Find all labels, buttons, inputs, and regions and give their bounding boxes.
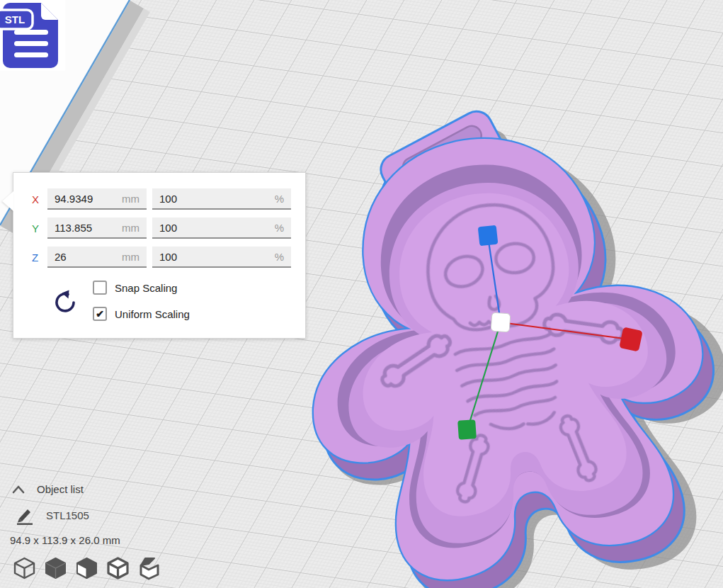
z-size-value: 26 bbox=[55, 251, 67, 263]
reset-scale-button[interactable] bbox=[50, 289, 79, 317]
scale-row-y: Y 113.855 mm 100 % bbox=[32, 217, 291, 239]
z-percent-input[interactable]: 100 % bbox=[152, 247, 291, 268]
z-axis-label: Z bbox=[32, 251, 47, 264]
z-percent-value: 100 bbox=[159, 251, 177, 263]
y-axis-handle[interactable] bbox=[457, 419, 477, 440]
reset-arrow-icon bbox=[52, 290, 77, 315]
uniform-scaling-checkbox[interactable]: ✔ bbox=[93, 307, 107, 321]
y-percent-input[interactable]: 100 % bbox=[152, 217, 291, 239]
camera-view-toolbar bbox=[13, 556, 161, 582]
snap-scaling-row: Snap Scaling bbox=[93, 281, 177, 295]
object-list-header[interactable]: Object list bbox=[11, 483, 84, 495]
x-size-unit: mm bbox=[122, 193, 140, 205]
y-size-unit: mm bbox=[122, 222, 140, 234]
object-item-name: STL1505 bbox=[46, 509, 89, 521]
pencil-icon bbox=[16, 506, 35, 525]
snap-scaling-checkbox[interactable] bbox=[93, 281, 107, 295]
x-percent-unit: % bbox=[275, 193, 284, 205]
x-percent-input[interactable]: 100 % bbox=[152, 188, 291, 210]
object-list-title: Object list bbox=[37, 483, 84, 495]
scale-row-z: Z 26 mm 100 % bbox=[32, 247, 291, 268]
chevron-up-icon bbox=[11, 484, 25, 494]
scale-row-x: X 94.9349 mm 100 % bbox=[32, 188, 291, 210]
stl-document-icon: STL bbox=[0, 0, 65, 71]
stl-badge-label: STL bbox=[5, 13, 25, 26]
x-axis-label: X bbox=[32, 193, 47, 205]
object-list-item[interactable]: STL1505 bbox=[16, 506, 89, 525]
view-front-face-icon[interactable] bbox=[75, 556, 98, 582]
y-size-input[interactable]: 113.855 mm bbox=[47, 217, 147, 239]
stl-file-icon[interactable]: STL bbox=[0, 0, 65, 71]
application-window: STL X 94.9349 mm 100 % Y 113.855 mm 100 bbox=[0, 0, 723, 588]
view-outline-icon[interactable] bbox=[106, 556, 130, 582]
scale-tool-panel: X 94.9349 mm 100 % Y 113.855 mm 100 % Z bbox=[13, 172, 306, 339]
snap-scaling-label: Snap Scaling bbox=[115, 282, 177, 294]
z-percent-unit: % bbox=[275, 251, 284, 263]
z-size-unit: mm bbox=[122, 251, 140, 263]
uniform-scaling-row: ✔ Uniform Scaling bbox=[93, 307, 190, 321]
y-axis-label: Y bbox=[32, 222, 47, 234]
y-size-value: 113.855 bbox=[55, 222, 92, 234]
x-percent-value: 100 bbox=[159, 193, 177, 205]
object-dimensions: 94.9 x 113.9 x 26.0 mm bbox=[10, 534, 120, 546]
view-solid-icon[interactable] bbox=[44, 556, 67, 582]
center-handle[interactable] bbox=[491, 312, 511, 332]
view-3d-icon[interactable] bbox=[13, 556, 36, 582]
y-percent-value: 100 bbox=[159, 222, 177, 234]
uniform-scaling-label: Uniform Scaling bbox=[115, 308, 190, 320]
y-percent-unit: % bbox=[275, 222, 284, 234]
x-size-value: 94.9349 bbox=[55, 193, 93, 205]
z-size-input[interactable]: 26 mm bbox=[47, 247, 147, 268]
view-open-lid-icon[interactable] bbox=[137, 556, 161, 582]
z-axis-handle[interactable] bbox=[478, 225, 499, 247]
panel-pointer-notch bbox=[2, 191, 13, 211]
x-size-input[interactable]: 94.9349 mm bbox=[47, 188, 147, 210]
